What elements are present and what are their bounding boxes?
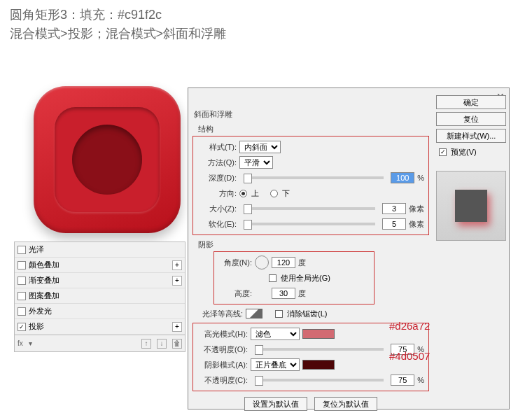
shadow-opacity-input[interactable] — [391, 374, 414, 386]
size-slider[interactable] — [244, 207, 375, 210]
shadow-mode-select[interactable]: 正片叠底 — [251, 358, 300, 371]
header-line1: 圆角矩形3：填充：#c91f2c — [10, 6, 515, 24]
style-checkbox[interactable] — [18, 307, 26, 316]
style-label: 图案叠加 — [29, 290, 59, 301]
style-label: 颜色叠加 — [29, 260, 59, 270]
fx-label: fx — [18, 340, 23, 347]
style-row[interactable]: 图案叠加 — [15, 288, 185, 304]
reset-button[interactable]: 复位 — [436, 112, 506, 126]
new-style-button[interactable]: 新建样式(W)... — [436, 129, 506, 143]
highlight-color-swatch[interactable] — [302, 329, 335, 339]
angle-group: 角度(N): 度 使用全局光(G) 高度: 度 — [214, 251, 374, 304]
gloss-contour-swatch[interactable] — [246, 309, 262, 318]
shadow-subtitle: 阴影 — [198, 239, 433, 250]
preview-swatch — [436, 171, 506, 241]
global-light-checkbox[interactable] — [269, 274, 276, 282]
highlight-mode-select[interactable]: 滤色 — [251, 328, 300, 340]
add-icon[interactable]: + — [172, 322, 182, 332]
soften-slider[interactable] — [244, 223, 375, 225]
gloss-label: 光泽等高线: — [192, 309, 243, 319]
style-checkbox[interactable] — [18, 292, 26, 300]
style-checkbox[interactable] — [18, 261, 26, 270]
style-label: 渐变叠加 — [29, 275, 59, 286]
icon-preview — [28, 80, 186, 238]
soften-label: 软化(E): — [197, 219, 237, 230]
highlight-opacity-label: 不透明度(O): — [197, 344, 248, 355]
angle-input[interactable] — [272, 257, 295, 268]
annotation-highlight-color: #d26a72 — [389, 320, 430, 332]
size-input[interactable] — [382, 203, 406, 214]
annotation-shadow-color: #4d0507 — [389, 350, 430, 362]
angle-dial[interactable] — [255, 255, 269, 270]
shadow-opacity-label: 不透明度(C): — [197, 375, 248, 386]
style-row[interactable]: ✓投影+ — [15, 319, 185, 335]
style-label: 外发光 — [29, 306, 52, 316]
structure-group: 样式(T): 内斜面 方法(Q): 平滑 深度(D): % 方向: 上 下 大小… — [192, 136, 429, 235]
dir-up-radio[interactable] — [239, 190, 247, 197]
bevel-section-title: 斜面和浮雕 — [194, 109, 433, 120]
altitude-input[interactable] — [272, 288, 295, 299]
ok-button[interactable]: 确定 — [436, 95, 506, 109]
method-select[interactable]: 平滑 — [239, 156, 273, 169]
layer-style-dialog: ✕ 斜面和浮雕 结构 样式(T): 内斜面 方法(Q): 平滑 深度(D): %… — [188, 88, 510, 410]
header-line2: 混合模式>投影；混合模式>斜面和浮雕 — [10, 24, 515, 43]
style-row[interactable]: 光泽 — [15, 242, 185, 258]
altitude-label: 高度: — [218, 288, 252, 299]
angle-label: 角度(N): — [218, 258, 252, 268]
reset-default-button[interactable]: 复位为默认值 — [314, 397, 377, 411]
set-default-button[interactable]: 设置为默认值 — [244, 397, 307, 411]
style-label: 样式(T): — [197, 142, 237, 153]
depth-label: 深度(D): — [197, 173, 237, 183]
style-label: 光泽 — [29, 244, 44, 255]
style-checkbox[interactable] — [18, 276, 26, 285]
highlight-mode-label: 高光模式(H): — [197, 329, 248, 340]
shadow-mode-label: 阴影模式(A): — [197, 360, 248, 370]
preview-checkbox[interactable]: ✓ — [439, 148, 447, 156]
soften-input[interactable] — [382, 218, 406, 230]
style-checkbox[interactable]: ✓ — [18, 323, 26, 331]
size-label: 大小(Z): — [197, 204, 237, 214]
add-icon[interactable]: + — [172, 260, 182, 270]
structure-subtitle: 结构 — [198, 124, 433, 134]
shadow-color-swatch[interactable] — [302, 360, 335, 370]
add-icon[interactable]: + — [172, 276, 182, 286]
style-label: 投影 — [29, 321, 44, 332]
style-checkbox[interactable] — [18, 246, 26, 254]
preview-label: 预览(V) — [451, 147, 477, 158]
shadow-opacity-slider[interactable] — [255, 379, 384, 382]
method-label: 方法(Q): — [197, 158, 237, 168]
styles-list: 光泽颜色叠加+渐变叠加+图案叠加外发光✓投影+ fx ▾ ↑ ↓ 🗑 — [14, 241, 186, 352]
style-row[interactable]: 颜色叠加+ — [15, 258, 185, 273]
direction-label: 方向: — [197, 188, 237, 199]
highlight-opacity-slider[interactable] — [255, 348, 384, 351]
trash-icon[interactable]: 🗑 — [172, 339, 182, 349]
arrow-up-icon[interactable]: ↑ — [141, 339, 151, 349]
style-row[interactable]: 渐变叠加+ — [15, 273, 185, 288]
style-select[interactable]: 内斜面 — [239, 141, 281, 153]
dir-down-radio[interactable] — [270, 190, 278, 197]
depth-input[interactable] — [391, 172, 414, 183]
depth-slider[interactable] — [244, 176, 384, 179]
arrow-down-icon[interactable]: ↓ — [157, 339, 167, 349]
antialias-checkbox[interactable] — [275, 310, 283, 318]
style-row[interactable]: 外发光 — [15, 304, 185, 319]
